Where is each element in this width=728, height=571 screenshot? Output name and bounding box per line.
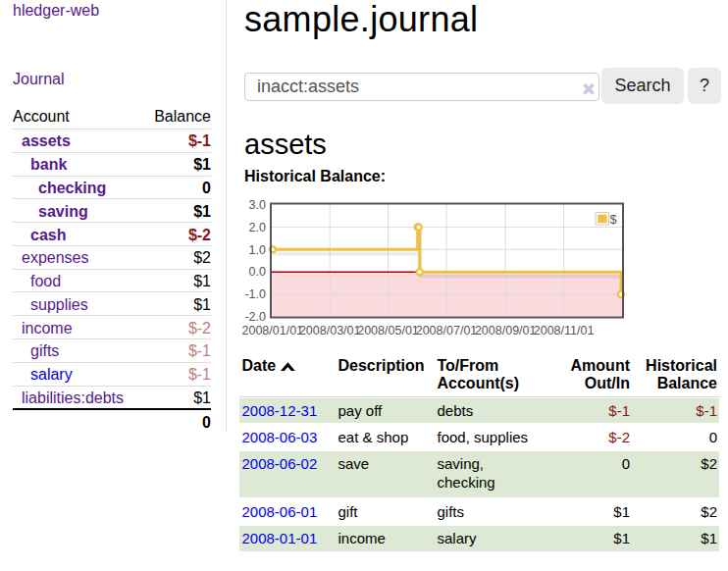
svg-text:3.0: 3.0 xyxy=(249,198,266,212)
svg-text:2008/07/01: 2008/07/01 xyxy=(416,324,478,337)
svg-text:0.0: 0.0 xyxy=(249,265,266,279)
svg-text:-2.0: -2.0 xyxy=(244,310,266,324)
svg-text:$: $ xyxy=(610,212,618,227)
svg-text:2008/11/01: 2008/11/01 xyxy=(534,324,595,337)
svg-text:2008/09/01: 2008/09/01 xyxy=(475,324,537,337)
svg-text:2008/05/01: 2008/05/01 xyxy=(357,324,419,337)
svg-text:2.0: 2.0 xyxy=(249,221,266,234)
svg-text:2008/03/01: 2008/03/01 xyxy=(299,324,361,337)
svg-text:-1.0: -1.0 xyxy=(244,287,266,301)
svg-text:1.0: 1.0 xyxy=(249,243,266,257)
svg-text:2008/01/01: 2008/01/01 xyxy=(242,324,304,337)
